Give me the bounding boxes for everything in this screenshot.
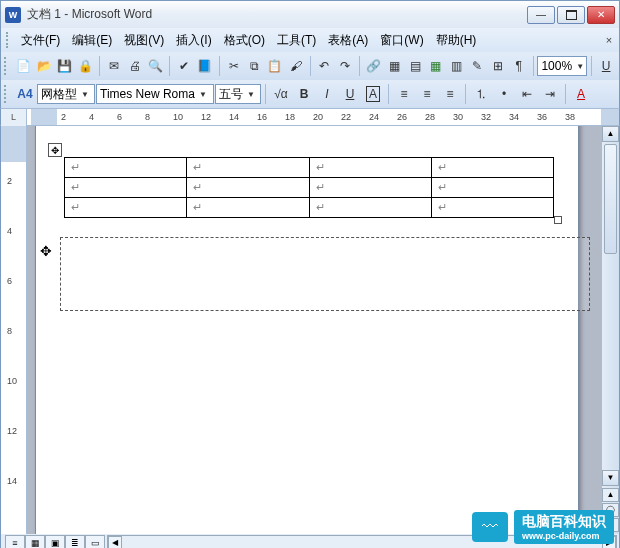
bullet-list-button[interactable] — [493, 83, 515, 105]
table-cell[interactable]: ↵ — [309, 198, 431, 218]
table-cell[interactable]: ↵ — [431, 198, 553, 218]
web-view-button[interactable]: ▦ — [25, 535, 45, 548]
align-left-button[interactable] — [393, 83, 415, 105]
scroll-down-arrow-icon[interactable]: ▼ — [602, 470, 619, 486]
vertical-scrollbar[interactable]: ▲ ▼ ▲ ◯ ▼ — [601, 126, 619, 534]
format-painter-button[interactable] — [286, 55, 306, 77]
align-right-button[interactable] — [439, 83, 461, 105]
table-row[interactable]: ↵↵↵↵ — [65, 158, 554, 178]
insert-excel-button[interactable] — [426, 55, 446, 77]
separator — [219, 56, 220, 76]
table-cell[interactable]: ↵ — [431, 158, 553, 178]
permission-button[interactable] — [76, 55, 96, 77]
table-cell[interactable]: ↵ — [309, 158, 431, 178]
scroll-thumb[interactable] — [604, 144, 617, 254]
italic-button[interactable]: I — [316, 83, 338, 105]
vertical-ruler[interactable]: 2468101214 — [1, 126, 27, 534]
menu-insert[interactable]: 插入(I) — [170, 30, 217, 51]
zoom-dropdown[interactable]: 100%▼ — [537, 56, 587, 76]
menu-close-icon[interactable]: × — [601, 32, 617, 48]
copy-button[interactable] — [244, 55, 264, 77]
menu-file[interactable]: 文件(F) — [15, 30, 66, 51]
increase-indent-button[interactable] — [539, 83, 561, 105]
spellcheck-button[interactable] — [174, 55, 194, 77]
table-cell[interactable]: ↵ — [431, 178, 553, 198]
menu-help[interactable]: 帮助(H) — [430, 30, 483, 51]
style-dropdown[interactable]: 网格型▼ — [37, 84, 95, 104]
ruler-tick: 22 — [341, 112, 351, 122]
print-preview-button[interactable] — [146, 55, 166, 77]
scroll-left-arrow-icon[interactable]: ◀ — [108, 536, 122, 548]
table-row[interactable]: ↵↵↵↵ — [65, 178, 554, 198]
close-button[interactable]: ✕ — [587, 6, 615, 24]
styles-pane-button[interactable]: A4 — [14, 83, 36, 105]
reading-view-button[interactable]: ▭ — [85, 535, 105, 548]
font-size-dropdown[interactable]: 五号▼ — [215, 84, 261, 104]
decrease-indent-button[interactable] — [516, 83, 538, 105]
outline-view-button[interactable]: ≣ — [65, 535, 85, 548]
save-button[interactable] — [55, 55, 75, 77]
table-cell[interactable]: ↵ — [187, 198, 309, 218]
table-cell[interactable]: ↵ — [65, 198, 187, 218]
ruler-corner-tab-selector[interactable]: L — [1, 109, 27, 126]
menu-view[interactable]: 视图(V) — [118, 30, 170, 51]
print-layout-view-button[interactable]: ▣ — [45, 535, 65, 548]
menu-tools[interactable]: 工具(T) — [271, 30, 322, 51]
paste-button[interactable] — [265, 55, 285, 77]
minimize-button[interactable]: — — [527, 6, 555, 24]
toolbar-grip[interactable] — [4, 57, 10, 75]
toolbar-grip[interactable] — [4, 85, 10, 103]
normal-view-button[interactable]: ≡ — [5, 535, 25, 548]
separator — [99, 56, 100, 76]
table-cell[interactable]: ↵ — [65, 178, 187, 198]
print-button[interactable] — [125, 55, 145, 77]
menu-edit[interactable]: 编辑(E) — [66, 30, 118, 51]
scroll-up-arrow-icon[interactable]: ▲ — [602, 126, 619, 142]
table-cell[interactable]: ↵ — [309, 178, 431, 198]
maximize-button[interactable] — [557, 6, 585, 24]
prev-page-button[interactable]: ▲ — [602, 488, 619, 502]
research-button[interactable] — [195, 55, 215, 77]
vruler-tick: 2 — [7, 176, 12, 186]
table-resize-handle[interactable] — [554, 216, 562, 224]
font-dropdown[interactable]: Times New Roma▼ — [96, 84, 214, 104]
insert-table-button[interactable] — [405, 55, 425, 77]
document-scroll-area[interactable]: ↵↵↵↵↵↵↵↵↵↵↵↵ ✥ — [27, 126, 601, 534]
ruler-tick: 8 — [145, 112, 150, 122]
cut-button[interactable] — [224, 55, 244, 77]
chevron-down-icon: ▼ — [81, 90, 89, 99]
open-button[interactable] — [34, 55, 54, 77]
ruler-tick: 24 — [369, 112, 379, 122]
new-doc-button[interactable] — [14, 55, 34, 77]
undo-button[interactable] — [314, 55, 334, 77]
word-table[interactable]: ↵↵↵↵↵↵↵↵↵↵↵↵ — [64, 157, 554, 218]
show-paragraph-button[interactable] — [509, 55, 529, 77]
menu-bar: 文件(F) 编辑(E) 视图(V) 插入(I) 格式(O) 工具(T) 表格(A… — [0, 28, 620, 52]
table-cell[interactable]: ↵ — [187, 178, 309, 198]
character-border-button[interactable]: A — [362, 83, 384, 105]
menu-format[interactable]: 格式(O) — [218, 30, 271, 51]
tables-borders-button[interactable] — [385, 55, 405, 77]
document-map-button[interactable] — [488, 55, 508, 77]
drawing-button[interactable] — [467, 55, 487, 77]
align-center-button[interactable] — [416, 83, 438, 105]
hyperlink-button[interactable] — [364, 55, 384, 77]
menu-table[interactable]: 表格(A) — [322, 30, 374, 51]
mail-button[interactable] — [104, 55, 124, 77]
redo-button[interactable] — [335, 55, 355, 77]
menubar-grip[interactable] — [6, 32, 12, 48]
table-move-handle[interactable] — [48, 143, 62, 157]
table-row[interactable]: ↵↵↵↵ — [65, 198, 554, 218]
table-cell[interactable]: ↵ — [187, 158, 309, 178]
columns-button[interactable] — [447, 55, 467, 77]
font-color-button[interactable]: A — [570, 83, 592, 105]
bold-button[interactable]: B — [293, 83, 315, 105]
menu-window[interactable]: 窗口(W) — [374, 30, 429, 51]
table-cell[interactable]: ↵ — [65, 158, 187, 178]
document-page[interactable]: ↵↵↵↵↵↵↵↵↵↵↵↵ ✥ — [35, 126, 579, 534]
underline-button-overflow[interactable]: U — [596, 55, 616, 77]
numbered-list-button[interactable] — [470, 83, 492, 105]
underline-button[interactable]: U — [339, 83, 361, 105]
equation-button[interactable]: √α — [270, 83, 292, 105]
horizontal-ruler[interactable]: L 2468101214161820222426283032343638 — [0, 108, 620, 126]
